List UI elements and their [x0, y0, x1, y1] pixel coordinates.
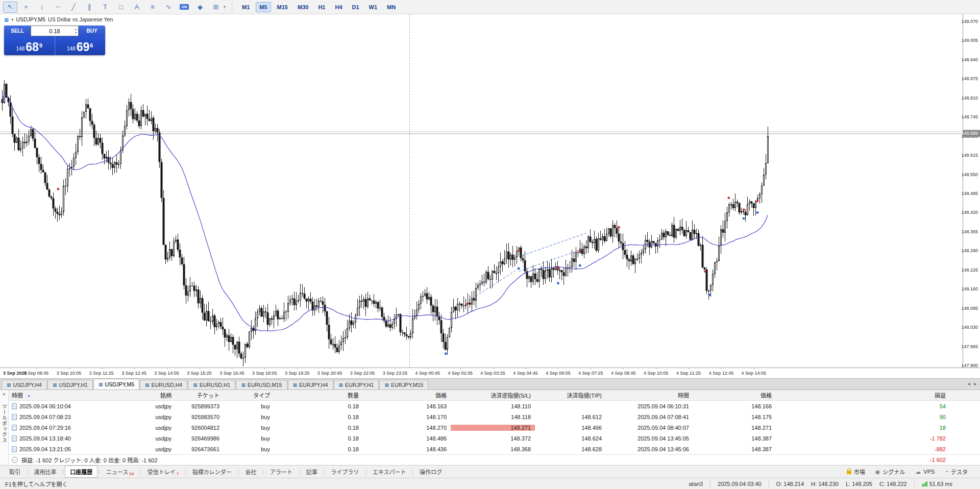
chart-tab-icon: ▦ — [53, 382, 57, 387]
close-time-cell: 2025.09.04 07:08:41 — [606, 414, 693, 420]
chevron-down-icon[interactable]: ▾ — [11, 17, 13, 22]
toolbox-tab-10[interactable]: ライブラリ — [326, 466, 364, 478]
chart-tab-USDJPY-H4[interactable]: ▦USDJPY,H4 — [2, 380, 47, 389]
timeframe-m30[interactable]: M30 — [294, 2, 312, 12]
open-time-cell: 2025.09.04 06:10:04 — [9, 403, 111, 409]
buy-button[interactable]: BUY — [79, 26, 105, 36]
column-header-6[interactable]: 価格 — [363, 391, 451, 399]
chart-tab-EURJPY-H4[interactable]: ▦EURJPY,H4 — [288, 380, 333, 389]
toolbox-tab-12[interactable]: 操作ログ — [414, 466, 447, 478]
tab-badge: 7 — [177, 472, 179, 476]
sell-button[interactable]: SELL — [4, 26, 31, 36]
column-header-1[interactable]: 時間▲ — [9, 391, 111, 399]
market-button[interactable]: 市場 — [847, 468, 865, 476]
history-row[interactable]: 2025.09.04 13:18:40usdjpy926469986buy0.1… — [9, 433, 980, 444]
vertical-scale-icon[interactable]: ↕ — [35, 2, 49, 13]
signals-button[interactable]: ◉シグナル — [875, 468, 905, 476]
chart-tab-EURUSD-M15[interactable]: ▦EURUSD,M15 — [236, 380, 287, 389]
chart-tab-USDJPY-H1[interactable]: ▦USDJPY,H1 — [47, 380, 93, 389]
chart-tab-USDJPY-M5[interactable]: ▦USDJPY,M5 — [93, 379, 139, 389]
timeframe-w1[interactable]: W1 — [365, 2, 381, 12]
status-bar: F1を押してヘルプを開く atari3 2025.09.04 03:40 O: … — [0, 478, 980, 489]
column-header-5[interactable]: 数量 — [274, 391, 363, 399]
text-icon[interactable]: T — [98, 2, 112, 13]
chart-tab-EURUSD-H1[interactable]: ▦EURUSD,H1 — [188, 380, 235, 389]
column-header-3[interactable]: チケット — [176, 391, 224, 399]
chart-tab-EURUSD-H4[interactable]: ▦EURUSD,H4 — [140, 380, 187, 389]
channel-icon[interactable]: ∥ — [82, 2, 96, 13]
toolbox-tab-1[interactable]: 取引 — [4, 466, 26, 478]
toolbox-tab-3[interactable]: 口座履歴 — [65, 466, 97, 478]
tab-scroll-right-button[interactable]: ► — [973, 382, 977, 386]
fibonacci-icon[interactable]: ≡ — [145, 2, 160, 13]
chart-tab-EURJPY-H1[interactable]: ▦EURJPY,H1 — [334, 380, 379, 389]
toolbox-tab-label: エキスパート — [373, 468, 406, 476]
mt5-window: ↖+↕╌╱∥T□A≡∿OK◆⊞▾ M1M5M15M30H1H4D1W1MN ▦ … — [0, 0, 980, 489]
column-header-10[interactable]: 価格 — [693, 391, 776, 399]
history-row[interactable]: 2025.09.04 07:08:23usdjpy925983570buy0.1… — [9, 411, 980, 422]
ohlc-low: L: 148.205 — [846, 481, 872, 487]
toolbox-tab-9[interactable]: 記事 — [301, 466, 323, 478]
connection-status[interactable]: 51.63 ms — [922, 481, 952, 487]
history-row[interactable]: 2025.09.04 13:21:05usdjpy926473661buy0.1… — [9, 444, 980, 454]
toolbox-tab-8[interactable]: アラート — [265, 466, 298, 478]
column-header-2[interactable]: 銘柄 — [111, 391, 176, 399]
toolbox-tab-2[interactable]: 運用比率 — [29, 466, 62, 478]
objects-grid-icon[interactable]: ⊞ — [209, 2, 223, 13]
tab-scroll-left-button[interactable]: ◄ — [967, 382, 971, 386]
symbol-cell: usdjpy — [111, 425, 176, 431]
column-header-4[interactable]: タイプ — [224, 391, 274, 399]
cursor-icon[interactable]: ↖ — [3, 2, 17, 13]
timeframe-h4[interactable]: H4 — [331, 2, 346, 12]
volume-up-button[interactable]: ▲ — [75, 28, 77, 31]
timeframe-m1[interactable]: M1 — [238, 2, 253, 12]
rectangle-icon[interactable]: □ — [114, 2, 128, 13]
toolbox-tab-4[interactable]: ニュース99 — [101, 466, 139, 478]
timeframe-m5[interactable]: M5 — [256, 2, 271, 12]
wave-icon[interactable]: ∿ — [161, 2, 176, 13]
price-chart-canvas[interactable] — [0, 14, 980, 378]
toolbox-close-button[interactable]: × — [1, 390, 8, 398]
column-header-label: タイプ — [253, 393, 270, 399]
crosshair-icon[interactable]: + — [19, 2, 33, 13]
toolbox-tab-7[interactable]: 会社 — [240, 466, 261, 478]
chart-tab-icon: ▦ — [241, 382, 246, 387]
chart-symbol-icon[interactable]: ▦ — [4, 17, 9, 22]
column-header-8[interactable]: 決済指値(T/P) — [535, 391, 606, 399]
open-time-cell: 2025.09.04 13:21:05 — [9, 446, 111, 452]
timeframe-d1[interactable]: D1 — [349, 2, 363, 12]
timeframe-m15[interactable]: M15 — [274, 2, 291, 12]
tab-separator: | — [262, 469, 264, 475]
order-doc-icon — [12, 425, 17, 431]
tester-button[interactable]: ◔テスタ — [945, 468, 968, 476]
history-row[interactable]: 2025.09.04 07:29:16usdjpy926004812buy0.1… — [9, 422, 980, 433]
toolbox-tab-6[interactable]: 指標カレンダー — [187, 466, 237, 478]
shapes-icon[interactable]: ◆ — [193, 2, 207, 13]
ask-price[interactable]: 148 69 6 — [55, 36, 106, 55]
toolbox-tab-11[interactable]: エキスパート — [368, 466, 411, 478]
column-header-9[interactable]: 時間 — [606, 391, 693, 399]
toolbox-tab-5[interactable]: 受信トレイ7 — [142, 466, 184, 478]
chart-region[interactable]: ▦ ▾ USDJPY,M5 US Dollar vs Japanese Yen … — [0, 14, 980, 378]
collapse-minus-icon[interactable]: − — [12, 457, 18, 463]
column-header-7[interactable]: 決済逆指値(S/L) — [451, 391, 535, 399]
volume-input[interactable]: 0.18 ▲ ▼ — [31, 26, 79, 36]
label-icon[interactable]: A — [130, 2, 144, 13]
objects-grid-dropdown-icon[interactable]: ▾ — [224, 5, 226, 9]
column-header-11[interactable]: 損益 — [776, 391, 950, 399]
tab-separator: | — [63, 469, 64, 475]
history-summary-row: − 損益: -1 602 クレジット: 0 入金: 0 出金: 0 残高: -1… — [9, 454, 980, 465]
trendline-icon[interactable]: ╱ — [66, 2, 81, 13]
bid-price[interactable]: 148 68 9 — [4, 36, 55, 55]
indicators-ok-icon[interactable]: OK — [177, 2, 191, 13]
toolbox-title: ツールボックス — [1, 404, 8, 443]
market-label: 市場 — [854, 468, 865, 476]
volume-down-button[interactable]: ▼ — [75, 31, 77, 35]
polyline-icon[interactable]: ╌ — [51, 2, 65, 13]
timeframe-h1[interactable]: H1 — [314, 2, 329, 12]
status-utilities: 市場◉シグナル☁VPS◔テスタ — [847, 468, 976, 476]
history-row[interactable]: 2025.09.04 06:10:04usdjpy925899373buy0.1… — [9, 401, 980, 411]
timeframe-mn[interactable]: MN — [383, 2, 399, 12]
vps-button[interactable]: ☁VPS — [915, 469, 935, 475]
chart-tab-EURJPY-M15[interactable]: ▦EURJPY,M15 — [379, 380, 428, 389]
